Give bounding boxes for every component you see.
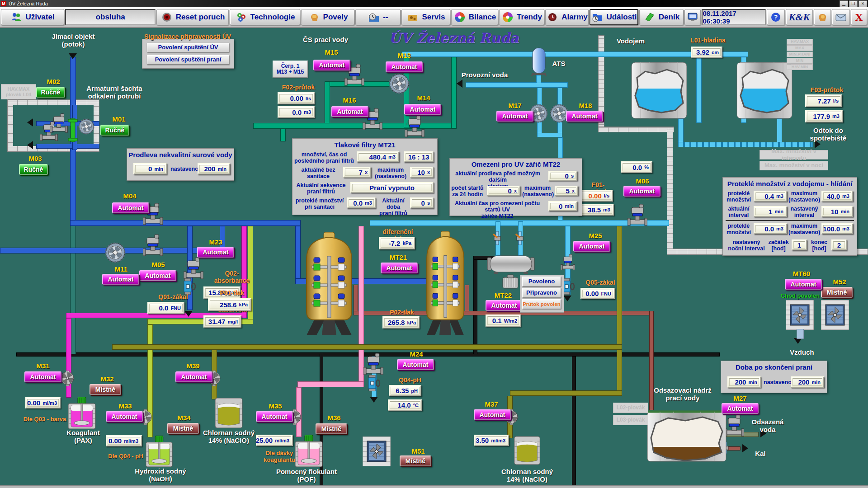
kk-logo-button[interactable]: K&K xyxy=(786,9,813,25)
mode-button-M31[interactable]: Automat xyxy=(24,371,61,382)
mode-button-M36[interactable]: Místně xyxy=(316,423,347,434)
settling-tank xyxy=(646,408,727,463)
pump-icon[interactable] xyxy=(389,73,410,94)
dosing-pump-icon[interactable] xyxy=(60,371,75,386)
trendy-button[interactable]: Trendy xyxy=(499,9,544,25)
scada-window: M ÚV Železná Ruda ▁ ❐ ✕ Uživatel obsluha… xyxy=(0,0,868,488)
mode-button-M32[interactable]: Místně xyxy=(90,384,121,395)
mode-button-M52[interactable]: Místně xyxy=(821,287,853,298)
mode-button-M23[interactable]: Automat xyxy=(197,247,234,258)
mode-button-M27[interactable]: Automat xyxy=(722,403,759,414)
user-field[interactable]: obsluha xyxy=(65,9,156,25)
measurement-label: Q01-zákal xyxy=(152,294,194,301)
pipe xyxy=(473,256,477,354)
alarmy-button[interactable]: Alarmy xyxy=(545,9,589,25)
mode-button-M15[interactable]: Automat xyxy=(313,60,350,70)
exit-button[interactable]: X xyxy=(851,9,867,25)
device-label-M31: M31 xyxy=(27,362,59,370)
mode-button-M06[interactable]: Automat xyxy=(623,186,660,197)
chem-tank-naclo xyxy=(513,436,542,465)
mode-button-M24[interactable]: Automat xyxy=(397,359,434,370)
povoleni-uv-button[interactable]: Povolení spuštění ÚV xyxy=(147,43,229,52)
valve-icon[interactable] xyxy=(143,233,163,256)
mode-button-M25[interactable]: Automat xyxy=(573,241,610,252)
flow-arrow xyxy=(27,141,33,149)
mode-button-M34[interactable]: Místně xyxy=(167,423,199,434)
panel-value: 0min xyxy=(133,163,167,174)
panel-value: 40.0m3 xyxy=(821,191,853,202)
manual-valve-icon[interactable] xyxy=(514,231,525,245)
mode-button-M51[interactable]: Místně xyxy=(400,455,431,466)
panel-uv: Omezení pro UV zářič MT22aktuální prodle… xyxy=(449,158,582,216)
section-label-chlornan_r: Chlornan sodný 14% (NaClO) xyxy=(499,468,555,483)
mode-button-M11[interactable]: Automat xyxy=(102,274,139,285)
flow-meter-icon xyxy=(183,278,196,295)
valve-icon[interactable] xyxy=(184,256,203,279)
dash-button[interactable]: -- xyxy=(355,9,401,25)
value-display: 265.8kPa xyxy=(382,316,420,328)
fan-icon[interactable] xyxy=(786,300,814,330)
pump-icon[interactable] xyxy=(78,118,94,135)
bilance-button[interactable]: Bilance xyxy=(451,9,498,25)
mode-button-MT21[interactable]: Automat xyxy=(381,263,418,273)
value-display: 0.1W/m2 xyxy=(486,314,521,327)
valve-icon[interactable] xyxy=(724,413,744,436)
mode-button-M14[interactable]: Automat xyxy=(404,104,441,115)
flow-arrow xyxy=(27,118,33,127)
reset-poruch-button[interactable]: Reset poruch xyxy=(156,9,229,25)
povoleni-prani-button[interactable]: Povolení spuštění praní xyxy=(147,55,229,65)
valve-icon[interactable] xyxy=(561,251,575,272)
mode-button-M17[interactable]: Automat xyxy=(496,111,533,122)
maximize-button[interactable]: ❐ xyxy=(849,0,858,7)
help-button[interactable]: ? xyxy=(767,9,785,25)
udalosti-label: Události xyxy=(606,13,637,22)
valve-icon[interactable] xyxy=(363,352,383,375)
uv-motor xyxy=(502,274,519,289)
panel-label: nastavený noční interval xyxy=(727,239,765,252)
hand2-button[interactable] xyxy=(814,9,831,25)
servis-button[interactable]: Servis xyxy=(401,9,450,25)
mode-button-M01[interactable]: Ručně xyxy=(100,125,129,136)
mode-button-M18[interactable]: Automat xyxy=(566,111,603,122)
povely-button[interactable]: Povely xyxy=(301,9,354,25)
flow-arrow xyxy=(457,80,462,88)
section-label-jimaci: Jímací objekt (potok) xyxy=(37,33,109,48)
device-label-M11: M11 xyxy=(105,266,137,273)
mode-button-MT22[interactable]: Automat xyxy=(486,300,523,311)
device-label-M33: M33 xyxy=(109,403,141,410)
page-title: ÚV Železná Ruda xyxy=(389,30,524,46)
mode-button-M39[interactable]: Automat xyxy=(175,371,212,382)
fan-icon[interactable] xyxy=(821,300,849,330)
minimize-button[interactable]: ▁ xyxy=(840,0,848,7)
mode-button-M02[interactable]: Ručně xyxy=(36,87,65,98)
toolbar: Uživatel obsluha Reset poruch Technologi… xyxy=(0,7,868,28)
manual-valve-icon[interactable] xyxy=(492,231,503,245)
valve-icon[interactable] xyxy=(627,202,647,226)
mode-button-M03[interactable]: Ručně xyxy=(19,164,48,175)
mode-button-M37[interactable]: Automat xyxy=(474,409,511,420)
mail-button[interactable] xyxy=(832,9,850,25)
measurement-label: F02-průtok xyxy=(280,84,316,91)
close-window-button[interactable]: ✕ xyxy=(859,0,867,7)
technologie-button[interactable]: Technologie xyxy=(230,9,300,25)
pump-icon[interactable] xyxy=(105,242,126,263)
panel-value: 0.0m3 xyxy=(754,223,787,234)
pipe xyxy=(510,390,622,396)
mode-button-M35[interactable]: Automat xyxy=(256,411,293,422)
section-label-kal: Kal xyxy=(750,450,770,458)
mode-button-M16[interactable]: Automat xyxy=(331,106,368,117)
valve-icon[interactable] xyxy=(405,114,425,137)
user-button[interactable]: Uživatel xyxy=(1,9,64,25)
mode-button-MT60[interactable]: Automat xyxy=(785,279,822,290)
denik-button[interactable]: Deník xyxy=(639,9,684,25)
panel-title: Proteklé množství z vodojemu - hlídání xyxy=(723,180,857,188)
section-label-vzduch: Vzduch xyxy=(788,349,816,357)
mode-button-M13[interactable]: Automat xyxy=(386,61,423,72)
mode-button-M04[interactable]: Automat xyxy=(112,202,149,213)
mode-button-M05[interactable]: Automat xyxy=(139,270,176,281)
monitor-button[interactable] xyxy=(684,9,701,25)
fan-icon[interactable] xyxy=(363,436,391,466)
udalosti-button[interactable]: Události xyxy=(590,9,638,25)
mode-button-M33[interactable]: Automat xyxy=(106,411,143,422)
valve-icon[interactable] xyxy=(50,112,68,133)
